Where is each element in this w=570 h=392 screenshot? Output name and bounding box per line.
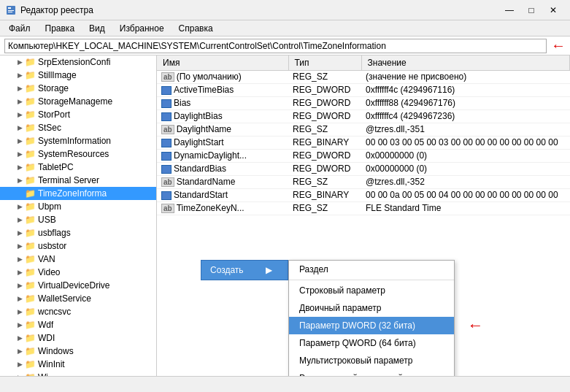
cell-type: REG_BINARY — [288, 136, 361, 149]
address-input[interactable] — [4, 39, 547, 53]
cell-value: 0xffffffc4 (4294967236) — [361, 109, 570, 123]
submenu-item[interactable]: Мультистроковый параметр — [289, 352, 454, 369]
tree-item-label: Terminal Server — [38, 175, 99, 185]
submenu-item[interactable]: Параметр DWORD (32 бита)← — [289, 317, 454, 334]
table-row[interactable]: BiasREG_DWORD0xffffff88 (4294967176) — [157, 96, 570, 109]
submenu-item[interactable]: Раздел — [289, 261, 454, 278]
folder-icon: 📁 — [25, 201, 36, 212]
tree-item[interactable]: ▶📁Ubpm — [0, 200, 156, 213]
menu-file[interactable]: Файл — [3, 22, 36, 35]
cell-name: DynamicDaylight... — [157, 149, 288, 162]
cell-name: abTimeZoneKeyN... — [157, 201, 288, 215]
table-row[interactable]: DaylightStartREG_BINARY00 00 03 00 05 00… — [157, 136, 570, 149]
tree-item[interactable]: ▶📁Windows — [0, 345, 156, 358]
tree-expand-icon: ▶ — [15, 308, 25, 315]
dword-arrow-indicator: ← — [467, 316, 483, 335]
title-bar: Редактор реестра — □ ✕ — [0, 0, 570, 20]
tree-item[interactable]: ▶📁TabletPC — [0, 161, 156, 174]
table-row[interactable]: abDaylightNameREG_SZ@tzres.dll,-351 — [157, 123, 570, 136]
cell-type: REG_DWORD — [288, 96, 361, 109]
tree-item[interactable]: ▶📁SystemResources — [0, 147, 156, 161]
tree-item-label: StSec — [38, 123, 61, 133]
table-row[interactable]: DaylightBiasREG_DWORD0xffffffc4 (4294967… — [157, 109, 570, 123]
tree-expand-icon: ▶ — [15, 255, 25, 263]
tree-expand-icon: ▶ — [15, 150, 25, 158]
tree-item[interactable]: ▶📁VAN — [0, 253, 156, 266]
tree-item[interactable]: ▶📁Storage — [0, 82, 156, 95]
table-row[interactable]: abStandardNameREG_SZ@tzres.dll,-352 — [157, 175, 570, 188]
tree-item-label: TimeZoneInforma — [38, 188, 107, 199]
cell-name: DaylightBias — [157, 109, 288, 123]
submenu-divider — [289, 280, 454, 280]
maximize-button[interactable]: □ — [520, 2, 542, 18]
table-row[interactable]: abTimeZoneKeyN...REG_SZFLE Standard Time — [157, 201, 570, 215]
cell-name: ActiveTimeBias — [157, 83, 288, 96]
tree-item[interactable]: ▶📁WDI — [0, 331, 156, 345]
menu-favorites[interactable]: Избранное — [114, 22, 170, 35]
tree-item[interactable]: ▶📁Wdf — [0, 318, 156, 331]
submenu-item[interactable]: Параметр QWORD (64 бита) — [289, 334, 454, 352]
window-controls[interactable]: — □ ✕ — [498, 2, 564, 18]
folder-icon: 📁 — [25, 149, 36, 159]
cell-value: 0x00000000 (0) — [361, 162, 570, 175]
menu-help[interactable]: Справка — [173, 22, 219, 35]
row-type-icon: ab — [161, 124, 177, 134]
tree-item[interactable]: ▶📁StillImage — [0, 69, 156, 82]
menu-view[interactable]: Вид — [83, 22, 111, 35]
tree-expand-icon: ▶ — [15, 203, 25, 210]
submenu-item[interactable]: Расширяемый строковый параметр — [289, 369, 454, 376]
table-row[interactable]: StandardStartREG_BINARY00 00 0a 00 05 00… — [157, 188, 570, 201]
tree-item[interactable]: ▶📁USB — [0, 213, 156, 226]
tree-item[interactable]: ▶📁SrpExtensionConfi — [0, 55, 156, 69]
address-arrow-indicator: ← — [551, 37, 566, 54]
row-type-icon: ab — [161, 72, 177, 82]
tree-item[interactable]: ▶📁SystemInformation — [0, 134, 156, 147]
folder-icon: 📁 — [25, 320, 36, 330]
tree-item-label: StorageManageme — [38, 96, 112, 107]
tree-item[interactable]: ▶📁StSec — [0, 121, 156, 134]
tree-item[interactable]: ▶📁WinInit — [0, 358, 156, 371]
tree-expand-icon: ▶ — [15, 295, 25, 302]
folder-icon: 📁 — [25, 346, 36, 356]
tree-expand-icon: ▶ — [15, 111, 25, 118]
tree-item[interactable]: ▶📁VirtualDeviceDrive — [0, 279, 156, 292]
folder-icon: 📁 — [25, 359, 36, 369]
tree-item[interactable]: ▶📁Wi... — [0, 371, 156, 376]
tree-item[interactable]: ▶📁StorPort — [0, 108, 156, 121]
cell-value: 0x00000000 (0) — [361, 149, 570, 162]
row-type-icon — [161, 164, 174, 174]
tree-expand-icon: ▶ — [15, 124, 25, 131]
tree-item-label: USB — [38, 215, 56, 225]
window-title: Редактор реестра — [20, 5, 93, 15]
submenu-item[interactable]: Двоичный параметр — [289, 299, 454, 317]
create-button-label: Создать — [210, 265, 244, 275]
create-button[interactable]: Создать ▶ — [201, 260, 288, 280]
tree-item[interactable]: ▶📁WalletService — [0, 292, 156, 305]
table-row[interactable]: StandardBiasREG_DWORD0x00000000 (0) — [157, 162, 570, 175]
svg-rect-2 — [8, 10, 14, 11]
menu-edit[interactable]: Правка — [39, 22, 81, 35]
table-row[interactable]: ab(По умолчанию)REG_SZ(значение не присв… — [157, 70, 570, 83]
tree-item-label: WalletService — [38, 293, 91, 304]
tree-item-label: VAN — [38, 254, 55, 264]
close-button[interactable]: ✕ — [542, 2, 564, 18]
tree-item[interactable]: ▶📁usbflags — [0, 226, 156, 239]
tree-item[interactable]: ▶📁wcncsvc — [0, 305, 156, 318]
cell-name: ab(По умолчанию) — [157, 70, 288, 83]
folder-icon: 📁 — [25, 162, 36, 172]
app-icon — [6, 5, 16, 15]
table-row[interactable]: DynamicDaylight...REG_DWORD0x00000000 (0… — [157, 149, 570, 162]
tree-pane[interactable]: ▶📁SrpExtensionConfi▶📁StillImage▶📁Storage… — [0, 55, 157, 376]
address-bar: ← — [0, 36, 570, 55]
submenu-item[interactable]: Строковый параметр — [289, 282, 454, 299]
tree-item[interactable]: ▶📁usbstor — [0, 239, 156, 253]
folder-icon: 📁 — [25, 96, 36, 107]
tree-item[interactable]: ▶📁Terminal Server — [0, 174, 156, 187]
table-row[interactable]: ActiveTimeBiasREG_DWORD0xffffff4c (42949… — [157, 83, 570, 96]
minimize-button[interactable]: — — [498, 2, 520, 18]
folder-icon: 📁 — [25, 228, 36, 238]
tree-item[interactable]: ▶📁StorageManageme — [0, 95, 156, 108]
registry-table: Имя Тип Значение ab(По умолчанию)REG_SZ(… — [157, 55, 570, 215]
tree-item[interactable]: ▶📁Video — [0, 266, 156, 279]
tree-item[interactable]: 📁TimeZoneInforma — [0, 187, 156, 200]
